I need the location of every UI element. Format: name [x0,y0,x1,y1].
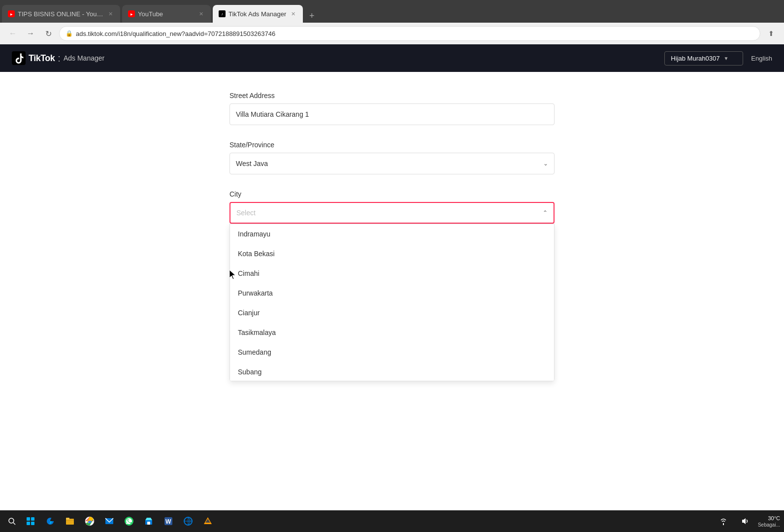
city-option-kota-bekasi[interactable]: Kota Bekasi [230,244,554,264]
browser-chrome: TIPS BISNIS ONLINE - YouTube ✕ YouTube ✕… [0,0,784,44]
task-view-icon[interactable] [22,512,39,530]
svg-rect-8 [66,518,69,520]
svg-rect-6 [31,522,34,525]
city-option-subang[interactable]: Subang [230,362,554,381]
browser2-icon[interactable] [179,512,197,530]
app-header: TikTok : Ads Manager Hijab Murah0307 ▼ E… [0,44,784,72]
volume-icon[interactable] [736,512,754,530]
svg-rect-14 [147,522,150,525]
main-content: Street Address Villa Mutiara Cikarang 1 … [0,72,784,515]
city-label: City [229,190,555,198]
whatsapp-icon[interactable] [120,512,138,530]
tab-title-3: TikTok Ads Manager [229,10,286,18]
youtube-favicon-2 [128,10,135,17]
address-bar[interactable]: 🔒 ads.tiktok.com/i18n/qualification_new?… [59,26,760,41]
svg-point-1 [9,518,14,523]
location: Sebagai... [758,522,780,528]
taskbar-right: 30°C Sebagai... [715,512,780,530]
city-option-indramayu[interactable]: Indramayu [230,224,554,244]
tab-youtube[interactable]: YouTube ✕ [122,5,211,23]
tab-close-2[interactable]: ✕ [197,10,205,18]
share-button[interactable]: ⬆ [764,27,778,40]
svg-line-2 [13,523,15,525]
state-chevron-icon: ⌄ [543,160,548,167]
city-group: City Select ⌃ Indramayu Kota Bekasi Cima… [229,190,555,224]
tiktok-logo: TikTok : Ads Manager [12,51,104,65]
city-option-tasikmalaya[interactable]: Tasikmalaya [230,323,554,342]
state-province-value: West Java [236,160,268,167]
chrome-icon[interactable] [81,512,98,530]
street-address-group: Street Address Villa Mutiara Cikarang 1 [229,92,555,125]
new-tab-button[interactable]: + [305,9,319,23]
mail-icon[interactable] [100,512,118,530]
word-icon[interactable]: W [160,512,177,530]
state-province-select[interactable]: West Java ⌄ [229,153,555,174]
logo-colon: : [58,53,61,64]
svg-text:W: W [165,518,171,525]
street-address-input[interactable]: Villa Mutiara Cikarang 1 [229,103,555,125]
header-right: Hijab Murah0307 ▼ English [664,51,772,66]
svg-rect-4 [31,517,34,521]
svg-rect-5 [27,522,30,525]
network-icon[interactable] [715,512,732,530]
form-container: Street Address Villa Mutiara Cikarang 1 … [220,72,564,285]
city-option-cimahi[interactable]: Cimahi [230,264,554,283]
back-button[interactable]: ← [6,27,20,40]
url-text: ads.tiktok.com/i18n/qualification_new?aa… [76,30,754,37]
city-option-purwakarta[interactable]: Purwakarta [230,283,554,303]
tab-title-2: YouTube [138,10,194,18]
lock-icon: 🔒 [65,30,73,37]
reload-button[interactable]: ↻ [41,27,55,40]
language-button[interactable]: English [751,55,772,62]
tab-tiktok-ads[interactable]: ♪ TikTok Ads Manager ✕ [213,5,303,23]
tab-close-1[interactable]: ✕ [106,10,114,18]
city-option-sumedang[interactable]: Sumedang [230,342,554,362]
temperature: 30°C [768,515,780,521]
taskbar: W 30° [0,510,784,532]
city-select[interactable]: Select ⌃ [229,202,555,224]
city-chevron-icon: ⌃ [543,209,548,216]
tiktok-logo-icon [12,51,26,65]
address-bar-row: ← → ↻ 🔒 ads.tiktok.com/i18n/qualificatio… [0,23,784,44]
tab-close-3[interactable]: ✕ [289,10,297,18]
tab-tips-bisnis[interactable]: TIPS BISNIS ONLINE - YouTube ✕ [2,5,120,23]
store-icon[interactable] [140,512,158,530]
state-province-label: State/Province [229,141,555,149]
state-province-group: State/Province West Java ⌄ [229,141,555,174]
tab-bar: TIPS BISNIS ONLINE - YouTube ✕ YouTube ✕… [0,0,784,23]
logo-tiktok-text: TikTok [29,53,55,64]
ads-manager-text: Ads Manager [64,54,104,62]
city-dropdown-list: Indramayu Kota Bekasi Cimahi Purwakarta … [229,224,555,381]
taskbar-search-icon[interactable] [4,513,20,529]
account-chevron-icon: ▼ [723,56,728,61]
city-placeholder: Select [236,209,256,217]
youtube-favicon-1 [8,10,15,17]
edge-icon[interactable] [41,512,59,530]
tab-title-1: TIPS BISNIS ONLINE - YouTube [18,10,103,18]
city-dropdown-wrapper: Select ⌃ Indramayu Kota Bekasi Cimahi Pu… [229,202,555,224]
account-selector[interactable]: Hijab Murah0307 ▼ [664,51,743,66]
forward-button[interactable]: → [24,27,37,40]
tiktok-favicon: ♪ [219,10,226,17]
svg-rect-3 [27,517,30,521]
file-explorer-icon[interactable] [61,512,79,530]
street-address-value: Villa Mutiara Cikarang 1 [236,110,309,118]
account-name: Hijab Murah0307 [671,55,719,62]
city-option-cianjur[interactable]: Cianjur [230,303,554,323]
vlc-icon[interactable] [199,512,217,530]
taskbar-weather: 30°C Sebagai... [758,515,780,528]
street-address-label: Street Address [229,92,555,100]
